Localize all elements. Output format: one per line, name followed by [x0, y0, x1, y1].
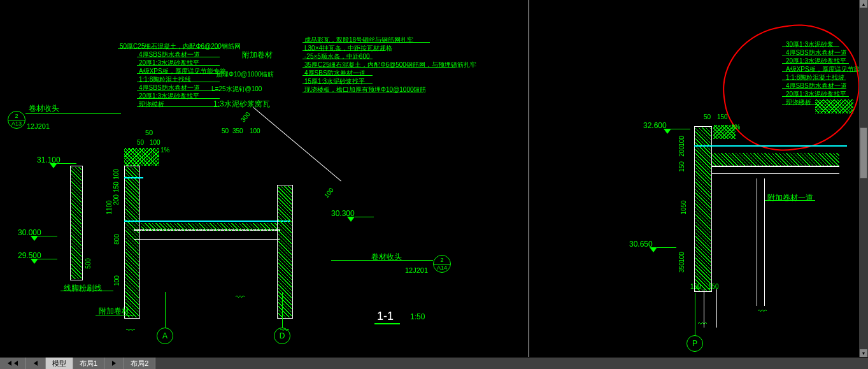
scroll-up-button[interactable]: ▴: [860, 0, 867, 8]
dimension: 150: [113, 182, 120, 192]
elevation: 30.000: [18, 228, 41, 237]
detail-ref-text: 12J201: [405, 266, 428, 274]
waterproof-line: [124, 177, 143, 178]
annotation: 附加卷材一道: [767, 192, 813, 203]
dimension: 150: [717, 113, 728, 120]
annotation: 卷材收头: [29, 103, 59, 114]
elevation: 30.300: [331, 209, 355, 218]
dimension: 50: [704, 113, 711, 120]
cad-canvas[interactable]: 50厚C25细石混凝土，内配Φ6@200钢筋网 4厚SBS防水卷材一道 20厚1…: [0, 0, 868, 369]
hatch: [125, 167, 139, 317]
tab-layout1[interactable]: 布局1: [73, 358, 104, 369]
tab-nav-start[interactable]: [0, 358, 26, 369]
slab-line: [134, 239, 280, 240]
note: 15厚1:3水泥砂浆找平: [304, 77, 365, 86]
hatch: [71, 167, 82, 279]
hatch: [712, 153, 839, 166]
slab-line: [712, 173, 839, 174]
crosshatch: [713, 125, 736, 139]
annotation: 线脚粉刷线: [64, 283, 102, 294]
elevation: 30.650: [629, 240, 653, 249]
scroll-down-button[interactable]: ▾: [860, 349, 867, 357]
section-scale: 1:50: [410, 312, 425, 321]
annotation: L=25水泥钉@100: [211, 85, 262, 94]
note: A级XPS板，厚度详见节能专篇: [139, 67, 226, 76]
break-line: 〰: [698, 319, 707, 329]
wall-line: [757, 178, 757, 306]
note: 现浇楼板，檐口加厚有预埋Φ10@1000锚筋: [304, 85, 427, 94]
wall-line: [704, 289, 704, 328]
annotation: 1:3水泥砂浆窝瓦: [213, 99, 270, 110]
break-line: 〰: [758, 306, 767, 316]
break-line: 〰: [126, 325, 135, 335]
dimension: 1%: [160, 147, 169, 154]
dimension: 50: [222, 127, 229, 134]
crosshatch: [124, 148, 159, 166]
slab-line: [712, 166, 839, 167]
annotation: 附加卷材: [242, 50, 273, 61]
note: L30×4挂瓦条，中距按瓦材规格: [304, 44, 392, 53]
tab-model[interactable]: 模型: [46, 358, 73, 369]
tab-nav-prev[interactable]: [26, 358, 46, 369]
detail-ref-text: 12J201: [27, 122, 50, 130]
tab-layout2[interactable]: 布局2: [124, 358, 155, 369]
viewport-divider[interactable]: [529, 0, 529, 357]
grid-bubble: A: [157, 328, 173, 344]
grid-line: [695, 293, 695, 335]
note: 20厚1:3水泥砂浆找平: [139, 92, 199, 101]
wall-line: [716, 289, 717, 328]
dimension: 100: [113, 275, 120, 286]
underline: [374, 323, 400, 324]
dimension: 100: [150, 139, 160, 146]
layout-tabs: 模型 布局1 布局2: [0, 358, 868, 369]
elevation: 32.600: [643, 121, 667, 130]
dimension: 50: [137, 139, 144, 146]
dimension: 100: [678, 136, 685, 147]
leader-line: [764, 200, 815, 201]
wall-line: [764, 178, 765, 306]
break-line: 〰: [236, 292, 245, 302]
dimension: 1100: [106, 200, 113, 214]
note: -25×5顺水条，中距600: [304, 52, 370, 61]
leader-line: [96, 315, 134, 315]
dimension: 800: [113, 234, 120, 245]
detail-ref-bubble: 2 A14: [433, 255, 451, 273]
waterproof-line: [694, 145, 847, 147]
dimension: 350: [678, 262, 685, 273]
note: 现浇模板: [139, 100, 164, 109]
note: 20厚1:3水泥砂浆找平: [139, 59, 199, 68]
dimension: 100: [113, 169, 120, 180]
leader-line: [60, 291, 113, 291]
tab-nav-next[interactable]: [104, 358, 124, 369]
note: 1:1:8陶粒混土找线: [139, 75, 191, 84]
dimension: 50: [145, 129, 153, 136]
crosshatch: [815, 99, 853, 113]
note: 50厚C25细石混凝土，内配Φ6@200钢筋网: [120, 42, 241, 51]
elevation: 29.500: [18, 251, 41, 260]
annotation: 卷材收头: [371, 252, 402, 263]
grid-line: [282, 292, 283, 328]
annotation: 预埋Φ10@1000锚筋: [216, 70, 274, 79]
note: 成品彩瓦，双股18号铜丝与钢筋网扎牢: [304, 36, 413, 45]
grid-line: [165, 292, 166, 328]
grid-bubble: D: [274, 328, 290, 344]
leader-line: [331, 260, 433, 261]
dimension: 100: [678, 252, 685, 263]
scroll-thumb[interactable]: [860, 127, 867, 178]
hatch: [695, 127, 711, 291]
dimension: 150: [678, 161, 685, 172]
dimension: 200: [678, 146, 685, 157]
dimension: 500: [85, 258, 92, 269]
detail-ref-bubble: 2 A13: [8, 111, 25, 129]
leader-line: [25, 113, 121, 114]
elevation: 31.100: [37, 156, 60, 164]
note: 4厚SBS防水卷材一道: [139, 83, 200, 92]
vertical-scrollbar[interactable]: ▴ ▾: [859, 0, 868, 357]
note: 4厚SBS防水卷材一道: [139, 50, 200, 59]
dimension: 200: [113, 194, 120, 205]
note: 35厚C25细石混凝土，内配Φ6@500钢筋网，与预埋锚筋扎牢: [304, 61, 476, 69]
section-label: 1-1: [377, 310, 394, 324]
dimension: 1050: [680, 200, 687, 214]
grid-bubble: P: [687, 335, 703, 352]
note: 4厚SBS防水卷材一道: [304, 69, 366, 78]
